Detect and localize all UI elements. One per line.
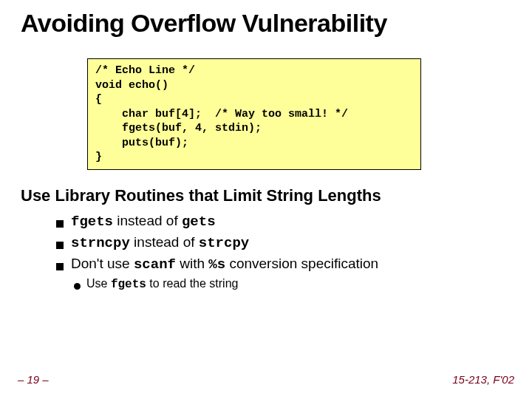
- code-span: fgets: [111, 278, 146, 291]
- code-span: fgets: [71, 214, 113, 230]
- slide: Avoiding Overflow Vulnerability /* Echo …: [0, 0, 532, 399]
- section-heading: Use Library Routines that Limit String L…: [21, 186, 511, 205]
- code-span: strncpy: [71, 235, 130, 251]
- page-number: – 19 –: [18, 373, 49, 386]
- circle-bullet-icon: [74, 283, 81, 290]
- bullet-text: Don't use scanf with %s conversion speci…: [71, 256, 378, 273]
- text-span: conversion specification: [225, 256, 378, 271]
- text-span: with: [176, 256, 208, 271]
- square-bullet-icon: [56, 220, 64, 228]
- bullet-item: fgets instead of gets: [56, 213, 511, 230]
- bullet-list: fgets instead of gets strncpy instead of…: [56, 213, 511, 291]
- text-span: to read the string: [146, 277, 239, 290]
- code-span: gets: [182, 214, 216, 230]
- text-span: Use: [86, 277, 111, 290]
- code-block: /* Echo Line */ void echo() { char buf[4…: [87, 58, 421, 170]
- square-bullet-icon: [56, 263, 64, 270]
- bullet-item: strncpy instead of strcpy: [56, 234, 511, 251]
- text-span: instead of: [130, 234, 199, 250]
- code-span: %s: [208, 256, 225, 273]
- slide-title: Avoiding Overflow Vulnerability: [21, 9, 511, 38]
- bullet-text: strncpy instead of strcpy: [71, 234, 249, 251]
- code-span: strcpy: [199, 235, 249, 251]
- bullet-text: fgets instead of gets: [71, 213, 216, 230]
- bullet-item: Don't use scanf with %s conversion speci…: [56, 256, 511, 273]
- text-span: Don't use: [71, 256, 134, 271]
- course-tag: 15-213, F'02: [452, 373, 514, 386]
- code-span: scanf: [134, 256, 176, 273]
- bullet-text: Use fgets to read the string: [86, 277, 238, 291]
- text-span: instead of: [113, 213, 182, 228]
- square-bullet-icon: [56, 242, 64, 249]
- sub-bullet-item: Use fgets to read the string: [74, 277, 511, 291]
